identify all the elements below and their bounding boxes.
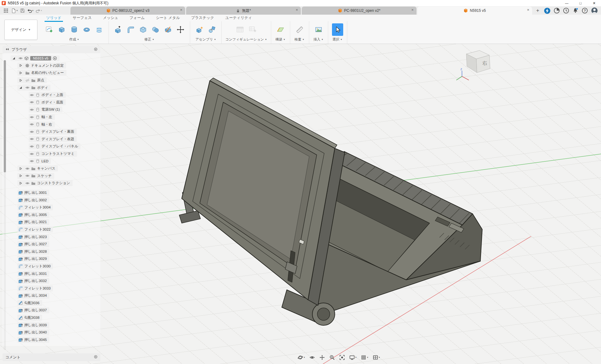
move-button[interactable]: [175, 23, 186, 36]
ribbon-group-label[interactable]: アセンブリ▼: [195, 37, 216, 43]
tree-row[interactable]: 押し出し3005: [2, 211, 100, 218]
visibility-eye-icon[interactable]: [30, 152, 34, 156]
ribbon-group-label[interactable]: 検査▼: [295, 37, 305, 43]
ribbon-tab-シート メタル[interactable]: シート メタル: [156, 15, 180, 21]
job-status-button[interactable]: [554, 7, 560, 14]
ribbon-tab-ユーティリティ[interactable]: ユーティリティ: [225, 15, 252, 21]
tree-row[interactable]: 勾配3038: [2, 314, 100, 322]
document-tab[interactable]: 無題*×: [186, 7, 301, 15]
tree-row[interactable]: 勾配3036: [2, 299, 100, 307]
document-tab[interactable]: N5915 v5×: [417, 7, 532, 15]
combine-button[interactable]: [150, 23, 161, 36]
pan-button[interactable]: [318, 354, 326, 361]
visibility-eye-icon[interactable]: [30, 122, 34, 127]
fit-button[interactable]: [338, 354, 346, 361]
tree-row[interactable]: 押し出し3002: [2, 196, 100, 204]
workspace-switcher[interactable]: デザイン ▼: [4, 20, 37, 40]
viewports-button[interactable]: ▾: [371, 354, 381, 361]
tree-row[interactable]: コントラストツマミ: [2, 150, 100, 158]
extensions-button[interactable]: [544, 7, 551, 14]
look-at-button[interactable]: [308, 354, 316, 361]
document-tab[interactable]: PC-9801U2_open v2*×: [302, 7, 416, 15]
tree-row[interactable]: フィレット3030: [2, 263, 100, 270]
tree-row[interactable]: 押し出し3031: [2, 270, 100, 277]
ribbon-tab-ソリッド[interactable]: ソリッド: [46, 15, 61, 21]
cylinder-button[interactable]: [69, 23, 80, 36]
tree-row[interactable]: 押し出し3027: [2, 241, 100, 248]
tree-row[interactable]: フィレット3022: [2, 226, 100, 233]
visibility-eye-icon[interactable]: [30, 144, 34, 149]
tree-row[interactable]: 押し出し3021: [2, 218, 100, 226]
tree-row[interactable]: ドキュメントの設定: [2, 62, 100, 69]
zoom-button[interactable]: [328, 354, 336, 361]
tab-close-icon[interactable]: ×: [411, 8, 414, 12]
visibility-eye-icon[interactable]: [30, 100, 34, 104]
measure-button[interactable]: [294, 23, 305, 36]
tree-row[interactable]: 原点: [2, 77, 100, 84]
tree-row[interactable]: ボディ・底面: [2, 99, 100, 106]
ribbon-group-label[interactable]: 作成▼: [69, 37, 79, 43]
ribbon-group-label[interactable]: コンフィギュレーション▼: [225, 37, 267, 43]
display-settings-button[interactable]: ▾: [348, 354, 358, 361]
tree-row[interactable]: ディスプレイ・裏面: [2, 128, 100, 136]
document-tab[interactable]: PC-9801U2_open2 v3×: [70, 7, 185, 15]
ribbon-group-label[interactable]: 構築▼: [276, 37, 286, 43]
visibility-eye-icon[interactable]: [25, 181, 30, 185]
maximize-button[interactable]: □: [574, 0, 587, 6]
browser-header[interactable]: ブラウザ: [2, 46, 100, 53]
tree-row[interactable]: 軸・左: [2, 113, 100, 121]
expand-node-icon[interactable]: [18, 71, 23, 75]
browser-scrollbar-thumb[interactable]: [4, 60, 6, 172]
comments-bar[interactable]: コメント: [2, 353, 100, 361]
expand-node-icon[interactable]: [18, 167, 23, 170]
view-cube[interactable]: 右 Z: [456, 46, 496, 85]
close-button[interactable]: ✕: [587, 0, 601, 6]
tree-row[interactable]: フィレット3033: [2, 285, 100, 292]
tree-row[interactable]: 押し出し3045: [2, 336, 100, 344]
joint-button[interactable]: [206, 23, 218, 36]
box-button[interactable]: [56, 23, 67, 36]
tree-row[interactable]: 押し出し3023: [2, 233, 100, 241]
visibility-eye-icon[interactable]: [30, 93, 34, 97]
viewport-canvas[interactable]: 右 Z ブラウザ: [0, 44, 601, 364]
visibility-eye-icon[interactable]: [30, 137, 34, 141]
torus-button[interactable]: [81, 23, 92, 36]
tab-close-icon[interactable]: ×: [527, 8, 529, 12]
app-grid-button[interactable]: [2, 7, 9, 14]
insert-canvas-button[interactable]: [313, 23, 324, 36]
tab-close-icon[interactable]: ×: [180, 8, 182, 12]
tree-row[interactable]: LED: [2, 157, 100, 165]
tree-row[interactable]: 押し出し3040: [2, 329, 100, 336]
tree-row[interactable]: 押し出し3032: [2, 277, 100, 285]
tree-row[interactable]: フィレット3004: [2, 204, 100, 211]
ribbon-tab-メッシュ[interactable]: メッシュ: [103, 15, 118, 21]
new-document-tab-button[interactable]: +: [533, 7, 542, 15]
tree-row[interactable]: 押し出し3001: [2, 189, 100, 197]
visibility-eye-icon[interactable]: [30, 108, 34, 112]
help-button[interactable]: ?: [582, 7, 588, 14]
tree-row[interactable]: N5915 v5: [2, 55, 100, 62]
grid-settings-button[interactable]: ▾: [359, 354, 369, 361]
coil-button[interactable]: [94, 23, 105, 36]
tree-row[interactable]: 押し出し3039: [2, 321, 100, 329]
history-button[interactable]: [563, 7, 569, 14]
visibility-eye-off-icon[interactable]: [25, 78, 30, 83]
notifications-button[interactable]: [572, 7, 579, 14]
save-button[interactable]: [19, 7, 26, 14]
minimize-button[interactable]: —: [560, 0, 574, 6]
undo-button[interactable]: ▾: [26, 7, 34, 14]
tree-row[interactable]: ボディ・上面: [2, 91, 100, 99]
visibility-eye-icon[interactable]: [25, 166, 30, 171]
visibility-eye-icon[interactable]: [30, 159, 34, 163]
expand-node-icon[interactable]: [18, 181, 23, 185]
activate-component-icon[interactable]: [53, 56, 57, 60]
expand-node-icon[interactable]: [18, 79, 23, 82]
tree-row[interactable]: ディスプレイ・パネル: [2, 143, 100, 150]
tree-row[interactable]: キャンバス: [2, 165, 100, 172]
visibility-eye-icon[interactable]: [25, 85, 30, 90]
press-pull-button[interactable]: [113, 23, 124, 36]
ribbon-tab-プラスチック[interactable]: プラスチック: [191, 15, 214, 21]
tree-row[interactable]: 電源SW (1): [2, 106, 100, 113]
cad-model-body[interactable]: [179, 78, 482, 325]
tree-row[interactable]: スケッチ: [2, 172, 100, 180]
